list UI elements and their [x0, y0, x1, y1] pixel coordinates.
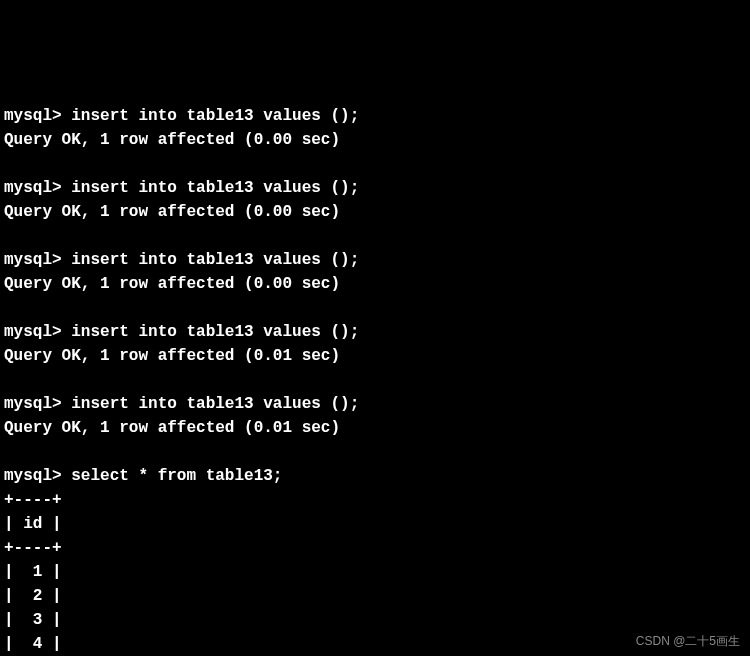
table-border: +----+ [4, 488, 746, 512]
table-row: | 3 | [4, 608, 746, 632]
prompt: mysql> [4, 179, 62, 197]
command-line[interactable]: mysql> insert into table13 values (); [4, 320, 746, 344]
blank-line [4, 224, 746, 248]
prompt: mysql> [4, 323, 62, 341]
blank-line [4, 152, 746, 176]
command-line[interactable]: mysql> select * from table13; [4, 464, 746, 488]
command-line[interactable]: mysql> insert into table13 values (); [4, 176, 746, 200]
result-line: Query OK, 1 row affected (0.00 sec) [4, 200, 746, 224]
terminal-output: mysql> insert into table13 values ();Que… [4, 104, 746, 656]
table-header: | id | [4, 512, 746, 536]
result-line: Query OK, 1 row affected (0.00 sec) [4, 128, 746, 152]
table-row: | 2 | [4, 584, 746, 608]
command-line[interactable]: mysql> insert into table13 values (); [4, 248, 746, 272]
command-text: insert into table13 values (); [71, 251, 359, 269]
watermark: CSDN @二十5画生 [636, 632, 740, 650]
result-line: Query OK, 1 row affected (0.00 sec) [4, 272, 746, 296]
result-line: Query OK, 1 row affected (0.01 sec) [4, 416, 746, 440]
blank-line [4, 440, 746, 464]
prompt: mysql> [4, 467, 62, 485]
prompt: mysql> [4, 251, 62, 269]
command-line[interactable]: mysql> insert into table13 values (); [4, 104, 746, 128]
prompt: mysql> [4, 107, 62, 125]
result-line: Query OK, 1 row affected (0.01 sec) [4, 344, 746, 368]
command-text: insert into table13 values (); [71, 395, 359, 413]
table-border: +----+ [4, 536, 746, 560]
blank-line [4, 296, 746, 320]
command-text: insert into table13 values (); [71, 107, 359, 125]
command-text: insert into table13 values (); [71, 323, 359, 341]
blank-line [4, 368, 746, 392]
table-row: | 1 | [4, 560, 746, 584]
prompt: mysql> [4, 395, 62, 413]
table-row: | 4 | [4, 632, 746, 656]
command-line[interactable]: mysql> insert into table13 values (); [4, 392, 746, 416]
command-text: insert into table13 values (); [71, 179, 359, 197]
command-text: select * from table13; [71, 467, 282, 485]
